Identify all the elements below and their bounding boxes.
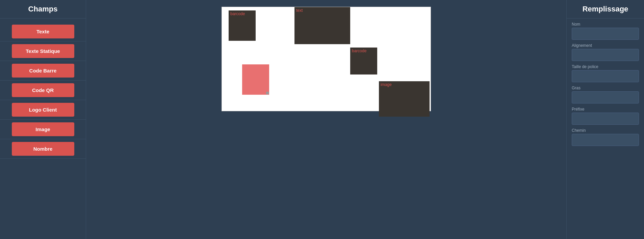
chemin-field: Chemin bbox=[572, 128, 639, 146]
prefixe-input[interactable] bbox=[572, 113, 639, 125]
nombre-button[interactable]: Nombre bbox=[12, 142, 74, 156]
gras-input[interactable] bbox=[572, 91, 639, 103]
canvas-image[interactable]: image bbox=[379, 81, 430, 117]
left-panel: Champs Texte Texte Statique Code Barre C… bbox=[0, 0, 86, 239]
separator-2 bbox=[0, 61, 86, 61]
separator-1 bbox=[0, 41, 86, 41]
canvas-pink-element[interactable] bbox=[242, 64, 269, 95]
gras-label: Gras bbox=[572, 86, 639, 90]
canvas-barcode-1-label: barcode bbox=[229, 10, 247, 17]
canvas-barcode-2-label: barcode bbox=[350, 48, 368, 54]
left-panel-title: Champs bbox=[0, 0, 86, 19]
gras-field: Gras bbox=[572, 86, 639, 103]
nom-label: Nom bbox=[572, 22, 639, 27]
taille-police-field: Taille de police bbox=[572, 64, 639, 82]
logo-client-button[interactable]: Logo Client bbox=[12, 103, 74, 117]
button-list: Texte Texte Statique Code Barre Code QR … bbox=[0, 19, 86, 162]
code-qr-button[interactable]: Code QR bbox=[12, 83, 74, 97]
canvas-text-1[interactable]: text bbox=[294, 7, 350, 44]
alignement-input[interactable] bbox=[572, 49, 639, 61]
separator-7 bbox=[0, 158, 86, 159]
prefixe-field: Préfixe bbox=[572, 107, 639, 125]
texte-button[interactable]: Texte bbox=[12, 25, 74, 38]
form-section: Nom Alignement Taille de police Gras Pré… bbox=[567, 19, 644, 153]
canvas-image-label: image bbox=[379, 81, 393, 88]
separator-3 bbox=[0, 80, 86, 81]
texte-statique-button[interactable]: Texte Statique bbox=[12, 44, 74, 58]
canvas-barcode-1[interactable]: barcode bbox=[229, 10, 256, 41]
canvas: barcode text barcode image bbox=[222, 7, 431, 111]
canvas-barcode-2[interactable]: barcode bbox=[350, 48, 377, 74]
taille-police-label: Taille de police bbox=[572, 64, 639, 69]
prefixe-label: Préfixe bbox=[572, 107, 639, 112]
image-button[interactable]: Image bbox=[12, 122, 74, 136]
chemin-label: Chemin bbox=[572, 128, 639, 133]
center-area: barcode text barcode image bbox=[86, 0, 566, 239]
nom-input[interactable] bbox=[572, 28, 639, 40]
right-panel-title: Remplissage bbox=[567, 0, 644, 19]
right-panel: Remplissage Nom Alignement Taille de pol… bbox=[566, 0, 644, 239]
separator-5 bbox=[0, 119, 86, 120]
separator-4 bbox=[0, 100, 86, 100]
resize-handle[interactable] bbox=[266, 92, 269, 94]
nom-field: Nom bbox=[572, 22, 639, 40]
canvas-text-1-label: text bbox=[294, 7, 304, 14]
code-barre-button[interactable]: Code Barre bbox=[12, 64, 74, 78]
taille-police-input[interactable] bbox=[572, 70, 639, 82]
chemin-input[interactable] bbox=[572, 134, 639, 146]
alignement-field: Alignement bbox=[572, 43, 639, 61]
alignement-label: Alignement bbox=[572, 43, 639, 48]
separator-6 bbox=[0, 139, 86, 139]
